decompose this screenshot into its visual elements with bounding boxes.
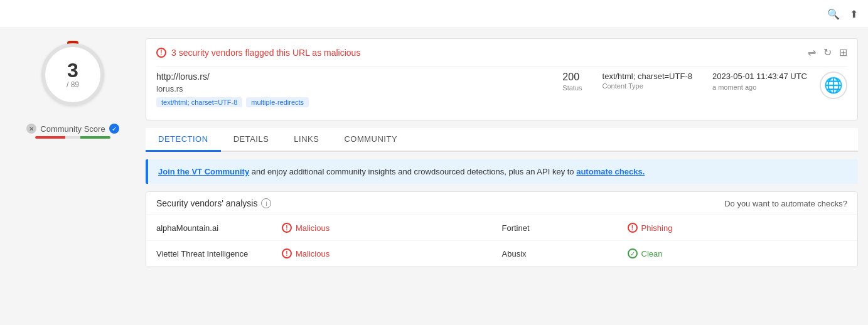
clean-icon-abusix: ✓	[628, 248, 638, 258]
url-main: http://lorus.rs/	[156, 72, 550, 82]
vendor-result-fortinet: ! Phishing	[628, 223, 848, 233]
result-alphamountain: Malicious	[296, 223, 330, 233]
security-title-text: Security vendors' analysis	[156, 198, 257, 208]
timestamp-ago: a moment ago	[712, 83, 807, 91]
alert-message: 3 security vendors flagged this URL as m…	[171, 48, 360, 58]
right-panel: ! 3 security vendors flagged this URL as…	[146, 38, 858, 267]
status-value: 200	[562, 72, 582, 83]
warning-icon: !	[156, 48, 166, 58]
vendor-name-alphamountain: alphaMountain.ai	[156, 223, 282, 233]
automate-text: Do you want to automate checks?	[724, 199, 847, 208]
table-row: Viettel Threat Intelligence ! Malicious …	[146, 241, 857, 267]
url-info: http://lorus.rs/ lorus.rs text/html; cha…	[156, 72, 550, 107]
security-analysis-section: Security vendors' analysis i Do you want…	[146, 191, 858, 267]
tab-details[interactable]: DETAILS	[221, 128, 282, 152]
vendor-result-alphamountain: ! Malicious	[282, 223, 502, 233]
vendor-name-viettel: Viettel Threat Intelligence	[156, 249, 282, 258]
url-tag-charset: text/html; charset=UTF-8	[156, 97, 242, 107]
community-score-row: ✕ Community Score ✓	[10, 124, 136, 134]
community-score-label: Community Score	[40, 124, 105, 134]
meta-status: 200 Status	[562, 72, 582, 92]
malicious-icon-viettel: !	[282, 248, 292, 258]
community-banner: Join the VT Community and enjoy addition…	[146, 159, 858, 184]
score-circle: 3 / 89	[41, 43, 104, 106]
url-domain: lorus.rs	[156, 84, 550, 93]
meta-timestamp: 2023-05-01 11:43:47 UTC a moment ago	[712, 72, 807, 91]
qr-icon[interactable]: ⊞	[839, 46, 847, 58]
status-label: Status	[562, 84, 582, 92]
content-type-label: Content Type	[603, 82, 692, 90]
score-bar	[35, 136, 110, 139]
phishing-icon-fortinet: !	[628, 223, 638, 233]
alert-icons: ⇌ ↻ ⊞	[808, 46, 847, 58]
refresh-icon[interactable]: ↻	[823, 46, 832, 58]
split-icon[interactable]: ⇌	[808, 46, 816, 58]
vendor-name-abusix: Abusix	[502, 249, 628, 258]
join-vt-community-link[interactable]: Join the VT Community	[158, 167, 249, 176]
timestamp-value: 2023-05-01 11:43:47 UTC	[712, 72, 807, 81]
url-tag-redirect: multiple-redirects	[246, 97, 309, 107]
tabs: DETECTION DETAILS LINKS COMMUNITY	[146, 128, 858, 152]
main-content: 3 / 89 ✕ Community Score ✓ ! 3 security …	[0, 28, 868, 277]
url-row: http://lorus.rs/ lorus.rs text/html; cha…	[156, 66, 847, 112]
alert-header: ! 3 security vendors flagged this URL as…	[156, 46, 847, 58]
result-abusix: Clean	[641, 249, 663, 258]
url-tags: text/html; charset=UTF-8 multiple-redire…	[156, 97, 550, 107]
vendor-name-fortinet: Fortinet	[502, 223, 628, 233]
left-panel: 3 / 89 ✕ Community Score ✓	[10, 38, 136, 267]
upload-icon[interactable]: ⬆	[850, 8, 858, 20]
top-bar-icons: 🔍 ⬆	[827, 8, 858, 20]
url-meta: 200 Status text/html; charset=UTF-8 Cont…	[562, 72, 807, 92]
check-circle-icon: ✓	[109, 124, 119, 134]
search-icon[interactable]: 🔍	[827, 8, 840, 20]
vendor-result-viettel: ! Malicious	[282, 248, 502, 258]
banner-middle-text: and enjoy additional community insights …	[249, 167, 576, 176]
score-denominator: / 89	[67, 80, 79, 89]
top-bar: 🔍 ⬆	[0, 0, 868, 28]
automate-checks-link[interactable]: automate checks.	[576, 167, 645, 176]
meta-content-type: text/html; charset=UTF-8 Content Type	[603, 72, 692, 90]
info-icon[interactable]: i	[261, 198, 271, 208]
alert-box: ! 3 security vendors flagged this URL as…	[146, 38, 858, 120]
score-circle-wrap: 3 / 89	[41, 43, 104, 106]
alert-title: ! 3 security vendors flagged this URL as…	[156, 48, 360, 58]
security-title: Security vendors' analysis i	[156, 198, 271, 208]
result-viettel: Malicious	[296, 249, 330, 258]
vendor-result-abusix: ✓ Clean	[628, 248, 848, 258]
tab-community[interactable]: COMMUNITY	[331, 128, 410, 152]
globe-icon[interactable]: 🌐	[820, 72, 847, 99]
malicious-icon-alphamountain: !	[282, 223, 292, 233]
content-type-value: text/html; charset=UTF-8	[603, 72, 692, 81]
tab-links[interactable]: LINKS	[281, 128, 331, 152]
score-number: 3	[67, 60, 78, 80]
security-header: Security vendors' analysis i Do you want…	[146, 192, 857, 215]
result-fortinet: Phishing	[641, 223, 673, 233]
table-row: alphaMountain.ai ! Malicious Fortinet ! …	[146, 215, 857, 241]
x-circle-icon[interactable]: ✕	[26, 124, 36, 134]
tab-detection[interactable]: DETECTION	[146, 128, 221, 152]
